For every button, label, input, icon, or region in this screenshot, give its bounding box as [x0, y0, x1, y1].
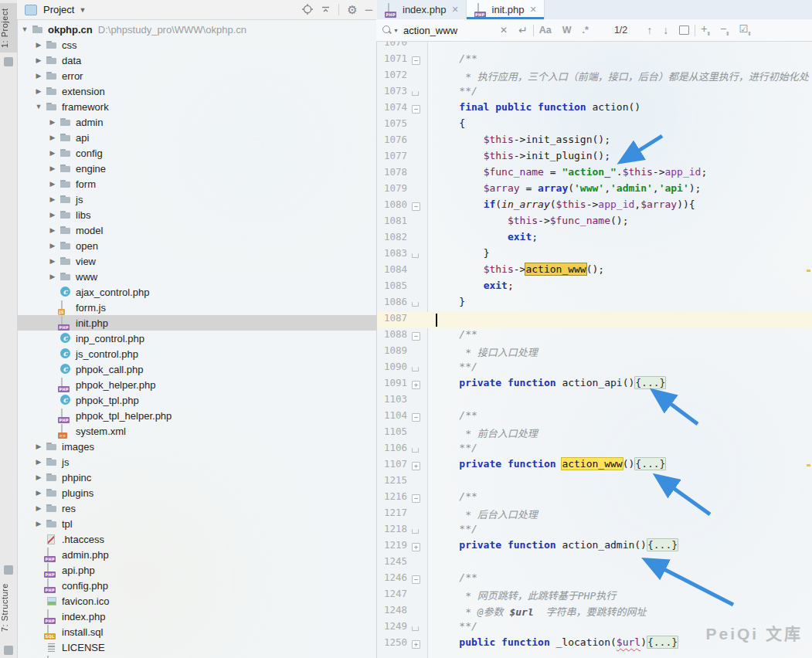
unfold-icon[interactable]: +: [412, 381, 420, 389]
chevron-expanded-icon[interactable]: ▼: [34, 103, 43, 110]
fold-icon[interactable]: [412, 253, 419, 258]
line-number[interactable]: 1089: [376, 344, 407, 356]
chevron-collapsed-icon[interactable]: ▶: [34, 87, 43, 95]
folded-code-chip[interactable]: {...}: [647, 538, 678, 551]
code-line[interactable]: 1248 * @参数 $url 字符串，要跳转的网址: [376, 604, 812, 620]
match-case-toggle[interactable]: Aa: [539, 25, 552, 36]
chevron-collapsed-icon[interactable]: ▶: [48, 195, 57, 203]
fold-icon[interactable]: −: [412, 202, 420, 211]
collapse-all-icon[interactable]: [321, 4, 331, 15]
chevron-collapsed-icon[interactable]: ▶: [34, 41, 43, 49]
line-number[interactable]: 1085: [376, 280, 407, 291]
tree-item-okphp.cn[interactable]: ▼okphp.cnD:\phpstudy_pro\WWW\okphp.cn: [17, 22, 377, 37]
unfold-icon[interactable]: +: [412, 640, 420, 649]
fold-icon[interactable]: [412, 448, 419, 453]
line-number[interactable]: 1083: [376, 247, 407, 259]
chevron-collapsed-icon[interactable]: ▶: [48, 257, 57, 265]
line-number[interactable]: 1104: [376, 409, 407, 421]
chevron-collapsed-icon[interactable]: ▶: [34, 489, 43, 497]
chevron-collapsed-icon[interactable]: ▶: [48, 242, 57, 249]
select-all-occurrences-icon[interactable]: [679, 25, 689, 35]
tool-button-structure[interactable]: 7: Structure: [0, 578, 17, 638]
line-number[interactable]: 1091: [376, 377, 407, 388]
tree-item-index.php[interactable]: PHPindex.php: [17, 609, 377, 624]
tree-item-plugins[interactable]: ▶plugins: [17, 485, 377, 500]
chevron-collapsed-icon[interactable]: ▶: [48, 273, 57, 280]
fold-icon[interactable]: −: [412, 56, 420, 65]
tree-item-admin[interactable]: ▶admin: [17, 114, 377, 130]
tool-window-icon[interactable]: [4, 565, 13, 575]
tree-item-phpok_helper.php[interactable]: PHPphpok_helper.php: [17, 377, 377, 392]
line-number[interactable]: 1077: [376, 150, 407, 161]
code-line[interactable]: 1216− /**: [376, 490, 812, 507]
fold-icon[interactable]: [412, 529, 419, 534]
filter-occurrence-icon[interactable]: ☑II: [739, 24, 750, 37]
next-occurrence-icon[interactable]: ↓: [663, 25, 668, 36]
line-number[interactable]: 1073: [376, 85, 407, 97]
line-number[interactable]: 1106: [376, 442, 407, 453]
tool-window-icon[interactable]: [4, 646, 13, 655]
code-line[interactable]: 1084 $this->action_www();: [376, 263, 812, 280]
line-number[interactable]: 1076: [376, 134, 407, 145]
line-number[interactable]: 1086: [376, 296, 407, 307]
close-tab-icon[interactable]: ✕: [451, 5, 458, 15]
tree-item-api[interactable]: ▶api: [17, 130, 377, 145]
line-number[interactable]: 1078: [376, 166, 407, 178]
chevron-collapsed-icon[interactable]: ▶: [34, 56, 43, 64]
add-occurrence-icon[interactable]: +II: [701, 23, 709, 37]
code-line[interactable]: 1078 $func_name = "action_".$this->app_i…: [376, 166, 812, 182]
locate-file-icon[interactable]: [302, 4, 313, 16]
fold-icon[interactable]: −: [412, 413, 420, 422]
tree-item-js[interactable]: ▶js: [17, 454, 377, 470]
chevron-collapsed-icon[interactable]: ▶: [48, 211, 57, 219]
search-icon[interactable]: [382, 25, 392, 36]
line-number[interactable]: 1248: [376, 604, 407, 616]
tree-item-tpl[interactable]: ▶tpl: [17, 516, 377, 531]
folded-code-chip[interactable]: {...}: [634, 457, 666, 470]
line-number[interactable]: 1245: [376, 555, 407, 567]
line-number[interactable]: 1071: [376, 53, 407, 64]
tree-item-partial[interactable]: PHP: [17, 655, 377, 658]
code-line[interactable]: 1245: [376, 555, 812, 572]
tree-item-res[interactable]: ▶res: [17, 500, 377, 516]
unfold-icon[interactable]: +: [412, 543, 420, 551]
code-line[interactable]: 1218 **/: [376, 523, 812, 539]
chevron-collapsed-icon[interactable]: ▶: [34, 520, 43, 527]
line-number[interactable]: 1075: [376, 117, 407, 129]
chevron-collapsed-icon[interactable]: ▶: [34, 443, 43, 450]
tree-item-images[interactable]: ▶images: [17, 439, 377, 454]
code-line[interactable]: 1091+ private function action_api(){...}: [376, 377, 812, 393]
line-number[interactable]: 1079: [376, 182, 407, 194]
tree-item-config[interactable]: ▶config: [17, 145, 377, 161]
tree-item-form.js[interactable]: JSform.js: [17, 300, 377, 315]
fold-icon[interactable]: −: [412, 332, 420, 341]
chevron-collapsed-icon[interactable]: ▶: [34, 458, 43, 466]
tree-item-form[interactable]: ▶form: [17, 176, 377, 192]
search-input[interactable]: action_www: [403, 25, 494, 36]
chevron-collapsed-icon[interactable]: ▶: [34, 473, 43, 481]
tree-item-LICENSE[interactable]: LICENSE: [17, 639, 377, 655]
tree-item-framework[interactable]: ▼framework: [17, 99, 377, 114]
line-number[interactable]: 1103: [376, 393, 407, 405]
chevron-down-icon[interactable]: ▼: [79, 6, 86, 14]
line-number[interactable]: 1087: [376, 312, 407, 324]
code-line[interactable]: 1104− /**: [376, 409, 812, 426]
code-line[interactable]: 1106 **/: [376, 442, 812, 458]
chevron-collapsed-icon[interactable]: ▶: [34, 504, 43, 512]
clear-search-icon[interactable]: ✕: [500, 25, 508, 35]
code-line[interactable]: 1070: [376, 41, 812, 53]
line-number[interactable]: 1218: [376, 523, 407, 534]
tree-item-data[interactable]: ▶data: [17, 53, 377, 68]
code-line[interactable]: 1081 $this->$func_name();: [376, 215, 812, 231]
folded-code-chip[interactable]: {...}: [634, 376, 666, 389]
code-line[interactable]: 1080− if(in_array($this->app_id,$array))…: [376, 198, 812, 215]
tree-item-error[interactable]: ▶error: [17, 68, 377, 83]
line-number[interactable]: 1249: [376, 620, 407, 632]
code-line[interactable]: 1217 * 后台入口处理: [376, 507, 812, 523]
tab-index.php[interactable]: PHPindex.php✕: [377, 0, 467, 19]
line-number[interactable]: 1105: [376, 426, 407, 437]
code-line[interactable]: 1215: [376, 474, 812, 490]
search-result-stripe-mark[interactable]: [807, 270, 810, 272]
code-line[interactable]: 1247 * 网页跳转，此跳转基于PHP执行: [376, 588, 812, 604]
fold-icon[interactable]: [412, 91, 419, 96]
